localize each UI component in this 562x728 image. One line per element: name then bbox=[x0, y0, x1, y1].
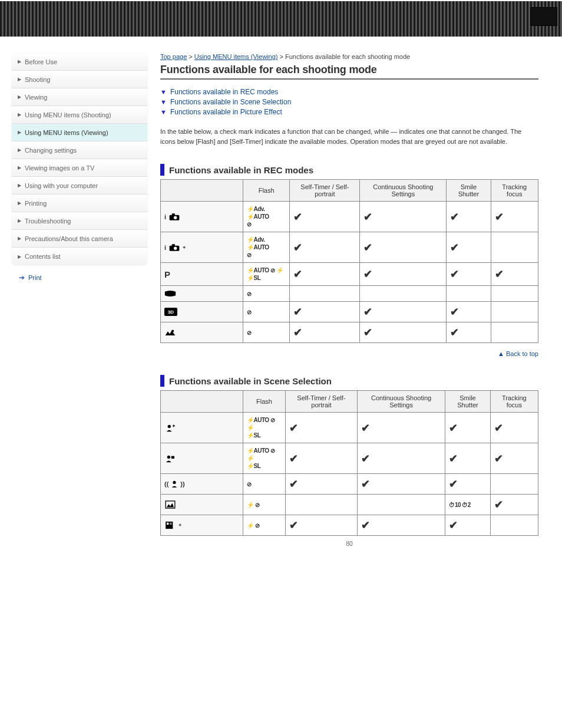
check-icon: ✔ bbox=[450, 268, 459, 280]
sidebar-item-label: Shooting bbox=[25, 76, 50, 83]
intelligent-auto-icon: i bbox=[164, 213, 239, 221]
check-icon: ✔ bbox=[450, 211, 459, 223]
check-icon: ✔ bbox=[363, 211, 372, 223]
col-selftimer: Self-Timer / Self-portrait bbox=[290, 180, 360, 202]
table-row: 3D ⊘ ✔ ✔ ✔ bbox=[161, 302, 538, 322]
print-link[interactable]: ➔ Print bbox=[12, 274, 147, 282]
col-mode bbox=[161, 391, 243, 413]
sidebar-item-troubleshooting[interactable]: ▶Troubleshooting bbox=[12, 212, 147, 230]
sidebar-item-precautions[interactable]: ▶Precautions/About this camera bbox=[12, 230, 147, 248]
caret-right-icon: ▶ bbox=[18, 165, 21, 170]
caret-right-icon: ▶ bbox=[18, 147, 21, 153]
sidebar-item-tv[interactable]: ▶Viewing images on a TV bbox=[12, 159, 147, 177]
triangle-down-icon: ▼ bbox=[160, 88, 167, 95]
flash-modes: ⚡AUTO ⊘ ⚡ ⚡SL bbox=[247, 447, 275, 469]
svg-rect-4 bbox=[172, 244, 175, 246]
table-row: (()) ⊘ ✔ ✔ ✔ bbox=[161, 474, 538, 495]
check-icon: ✔ bbox=[450, 306, 459, 318]
main-content: Top page > Using MENU items (Viewing) > … bbox=[160, 53, 551, 547]
check-icon: ✔ bbox=[363, 242, 372, 253]
superior-auto-icon: i+ bbox=[164, 243, 239, 252]
sidebar-item-settings[interactable]: ▶Changing settings bbox=[12, 141, 147, 159]
triangle-down-icon: ▼ bbox=[160, 108, 167, 116]
col-continuous: Continuous Shooting Settings bbox=[357, 391, 445, 413]
backlight-hdr-icon: + bbox=[164, 521, 239, 529]
breadcrumb-category[interactable]: Using MENU items (Viewing) bbox=[194, 53, 278, 60]
table-header-row: Flash Self-Timer / Self-portrait Continu… bbox=[161, 391, 538, 413]
sidebar-item-viewing[interactable]: ▶Viewing bbox=[12, 88, 147, 106]
sidebar-item-contents[interactable]: ▶Contents list bbox=[12, 248, 147, 265]
check-icon: ✔ bbox=[361, 453, 370, 465]
check-icon: ✔ bbox=[363, 306, 372, 318]
program-auto-icon: P bbox=[164, 269, 239, 279]
check-icon: ✔ bbox=[494, 499, 503, 510]
svg-point-11 bbox=[173, 481, 176, 484]
flash-modes: ⊘ bbox=[247, 330, 252, 336]
scene-selection-table: Flash Self-Timer / Self-portrait Continu… bbox=[160, 390, 538, 536]
section-title: Functions available in REC modes bbox=[169, 165, 313, 175]
sidebar-item-computer[interactable]: ▶Using with your computer bbox=[12, 177, 147, 195]
sidebar-item-menu-viewing[interactable]: ▶Using MENU items (Viewing) bbox=[12, 124, 147, 141]
caret-right-icon: ▶ bbox=[18, 236, 21, 241]
col-tracking: Tracking focus bbox=[491, 180, 538, 202]
flash-modes: ⊘ bbox=[247, 291, 252, 297]
check-icon: ✔ bbox=[289, 519, 298, 531]
table-row: P ⚡AUTO ⊘ ⚡ ⚡SL ✔ ✔ ✔ ✔ bbox=[161, 263, 538, 286]
svg-point-5 bbox=[174, 246, 177, 249]
breadcrumb-top[interactable]: Top page bbox=[160, 53, 187, 60]
soft-snap-icon bbox=[164, 454, 239, 463]
check-icon: ✔ bbox=[450, 327, 459, 338]
check-icon: ✔ bbox=[289, 422, 298, 434]
caret-right-icon: ▶ bbox=[18, 112, 21, 117]
col-smile: Smile Shutter bbox=[445, 391, 490, 413]
caret-right-icon: ▶ bbox=[18, 183, 21, 188]
triangle-down-icon: ▼ bbox=[160, 98, 167, 106]
col-flash: Flash bbox=[243, 180, 290, 202]
sidebar-item-shooting[interactable]: ▶Shooting bbox=[12, 71, 147, 88]
sidebar-item-label: Precautions/About this camera bbox=[25, 235, 113, 242]
check-icon: ✔ bbox=[293, 211, 302, 223]
sidebar-item-menu-shooting[interactable]: ▶Using MENU items (Shooting) bbox=[12, 106, 147, 124]
check-icon: ✔ bbox=[293, 242, 302, 253]
breadcrumb: Top page > Using MENU items (Viewing) > … bbox=[160, 53, 538, 60]
sidebar-item-printing[interactable]: ▶Printing bbox=[12, 195, 147, 212]
rec-modes-table: Flash Self-Timer / Self-portrait Continu… bbox=[160, 179, 538, 343]
svg-rect-10 bbox=[171, 456, 174, 458]
flash-modes: ⚡ ⊘ bbox=[247, 502, 259, 508]
svg-rect-14 bbox=[167, 523, 169, 525]
anchor-link[interactable]: ▼Functions available in Scene Selection bbox=[160, 98, 538, 106]
anchor-link[interactable]: ▼Functions available in Picture Effect bbox=[160, 108, 538, 116]
page-header-strip bbox=[0, 0, 562, 37]
arrow-right-icon: ➔ bbox=[19, 274, 25, 282]
sidebar-item-label: Contents list bbox=[25, 253, 61, 260]
sidebar-item-label: Using with your computer bbox=[25, 182, 98, 189]
flash-modes: ⚡AUTO ⊘ ⚡ ⚡SL bbox=[247, 417, 275, 439]
table-row: ⚡AUTO ⊘ ⚡ ⚡SL ✔ ✔ ✔ ✔ bbox=[161, 443, 538, 474]
table-row: ⊘ ✔ ✔ ✔ bbox=[161, 322, 538, 343]
anchor-link[interactable]: ▼Functions available in REC modes bbox=[160, 88, 538, 96]
svg-rect-1 bbox=[172, 213, 175, 215]
check-icon: ✔ bbox=[449, 453, 458, 465]
heading-bar-icon bbox=[160, 164, 164, 176]
flash-modes: ⊘ bbox=[247, 309, 252, 315]
caret-right-icon: ▶ bbox=[18, 77, 21, 82]
back-to-top[interactable]: ▲ Back to top bbox=[160, 350, 538, 357]
landscape-icon bbox=[164, 500, 239, 509]
col-selftimer: Self-Timer / Self-portrait bbox=[286, 391, 358, 413]
svg-point-6 bbox=[171, 330, 174, 332]
check-icon: ✔ bbox=[289, 453, 298, 465]
check-icon: ✔ bbox=[450, 242, 459, 253]
col-flash: Flash bbox=[243, 391, 286, 413]
check-icon: ✔ bbox=[293, 306, 302, 318]
flash-modes: ⚡ ⊘ bbox=[247, 522, 259, 529]
sidebar-item-before-use[interactable]: ▶Before Use bbox=[12, 53, 147, 71]
svg-rect-15 bbox=[170, 523, 172, 525]
section-heading: Functions available in REC modes bbox=[160, 164, 538, 176]
check-icon: ✔ bbox=[361, 422, 370, 434]
col-tracking: Tracking focus bbox=[490, 391, 538, 413]
col-smile: Smile Shutter bbox=[447, 180, 491, 202]
sidebar-item-label: Before Use bbox=[25, 58, 57, 65]
anti-blur-icon: (()) bbox=[164, 480, 239, 488]
caret-right-icon: ▶ bbox=[18, 200, 21, 206]
check-icon: ✔ bbox=[363, 268, 372, 280]
